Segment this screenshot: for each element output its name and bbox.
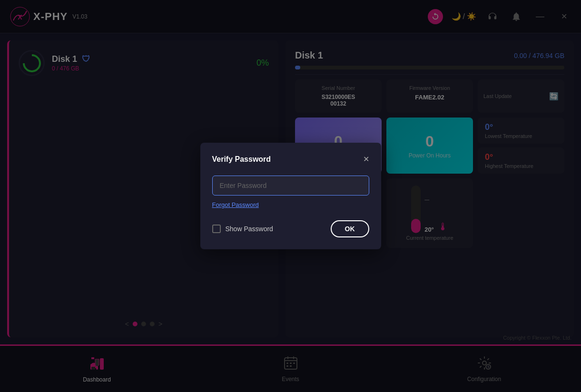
- modal-close-button[interactable]: ✕: [363, 155, 369, 164]
- show-password-checkbox[interactable]: [212, 225, 221, 233]
- modal-title: Verify Password: [212, 155, 271, 164]
- modal-footer: Show Password OK: [212, 220, 369, 237]
- password-input[interactable]: [212, 176, 369, 196]
- show-password-label: Show Password: [226, 225, 273, 233]
- forgot-password-link[interactable]: Forgot Password: [212, 201, 369, 208]
- verify-password-modal: Verify Password ✕ Forgot Password Show P…: [200, 143, 381, 249]
- modal-header: Verify Password ✕: [212, 155, 369, 164]
- show-password-group: Show Password: [212, 225, 273, 233]
- modal-overlay: Verify Password ✕ Forgot Password Show P…: [0, 0, 581, 392]
- ok-button[interactable]: OK: [331, 220, 369, 237]
